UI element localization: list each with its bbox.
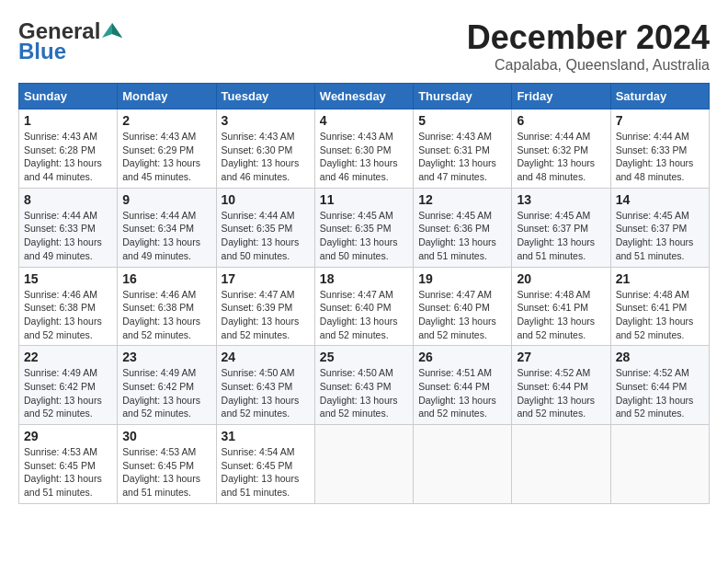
calendar-cell: 9Sunrise: 4:44 AMSunset: 6:34 PMDaylight…	[118, 188, 216, 267]
day-number: 10	[222, 192, 310, 207]
day-number: 17	[222, 271, 310, 286]
calendar-cell: 14Sunrise: 4:45 AMSunset: 6:37 PMDayligh…	[610, 188, 709, 267]
calendar-cell: 2Sunrise: 4:43 AMSunset: 6:29 PMDaylight…	[118, 109, 216, 189]
day-info: Sunrise: 4:43 AMSunset: 6:30 PMDaylight:…	[320, 131, 398, 182]
day-number: 27	[517, 350, 605, 364]
day-number: 30	[122, 429, 210, 443]
calendar-week-3: 15Sunrise: 4:46 AMSunset: 6:38 PMDayligh…	[19, 267, 710, 346]
calendar-cell: 13Sunrise: 4:45 AMSunset: 6:37 PMDayligh…	[512, 188, 610, 267]
day-number: 1	[24, 113, 112, 128]
day-number: 25	[320, 350, 408, 364]
calendar-cell: 31Sunrise: 4:54 AMSunset: 6:45 PMDayligh…	[216, 425, 314, 504]
calendar-header-sunday: Sunday	[19, 84, 118, 109]
calendar-cell: 30Sunrise: 4:53 AMSunset: 6:45 PMDayligh…	[118, 425, 216, 504]
calendar-cell: 25Sunrise: 4:50 AMSunset: 6:43 PMDayligh…	[314, 346, 413, 425]
day-info: Sunrise: 4:52 AMSunset: 6:44 PMDaylight:…	[517, 367, 595, 419]
calendar-cell: 5Sunrise: 4:43 AMSunset: 6:31 PMDaylight…	[414, 109, 512, 189]
day-number: 24	[222, 350, 310, 364]
calendar-cell: 11Sunrise: 4:45 AMSunset: 6:35 PMDayligh…	[314, 188, 413, 267]
day-info: Sunrise: 4:44 AMSunset: 6:34 PMDaylight:…	[122, 210, 200, 261]
day-number: 2	[122, 113, 210, 128]
day-number: 23	[122, 350, 210, 364]
day-info: Sunrise: 4:47 AMSunset: 6:40 PMDaylight:…	[320, 289, 398, 340]
day-info: Sunrise: 4:50 AMSunset: 6:43 PMDaylight:…	[222, 367, 300, 419]
day-info: Sunrise: 4:47 AMSunset: 6:39 PMDaylight:…	[222, 289, 300, 340]
calendar-cell: 17Sunrise: 4:47 AMSunset: 6:39 PMDayligh…	[216, 267, 314, 346]
logo-bird-icon	[102, 21, 122, 41]
day-number: 13	[517, 192, 605, 207]
day-number: 8	[24, 192, 112, 207]
day-number: 6	[517, 113, 605, 128]
day-info: Sunrise: 4:53 AMSunset: 6:45 PMDaylight:…	[24, 446, 102, 498]
calendar-cell: 16Sunrise: 4:46 AMSunset: 6:38 PMDayligh…	[118, 267, 216, 346]
calendar-cell: 23Sunrise: 4:49 AMSunset: 6:42 PMDayligh…	[118, 346, 216, 425]
day-info: Sunrise: 4:50 AMSunset: 6:43 PMDaylight:…	[320, 367, 398, 419]
calendar-cell: 21Sunrise: 4:48 AMSunset: 6:41 PMDayligh…	[610, 267, 709, 346]
calendar-cell: 19Sunrise: 4:47 AMSunset: 6:40 PMDayligh…	[414, 267, 512, 346]
day-info: Sunrise: 4:48 AMSunset: 6:41 PMDaylight:…	[517, 289, 595, 340]
day-number: 18	[320, 271, 408, 286]
day-info: Sunrise: 4:48 AMSunset: 6:41 PMDaylight:…	[616, 289, 694, 340]
calendar-header-tuesday: Tuesday	[216, 84, 314, 109]
calendar-cell: 4Sunrise: 4:43 AMSunset: 6:30 PMDaylight…	[314, 109, 413, 189]
day-number: 28	[616, 350, 704, 364]
day-number: 7	[616, 113, 704, 128]
day-number: 15	[24, 271, 112, 286]
calendar-cell: 7Sunrise: 4:44 AMSunset: 6:33 PMDaylight…	[610, 109, 709, 189]
day-info: Sunrise: 4:45 AMSunset: 6:37 PMDaylight:…	[517, 210, 595, 261]
logo-blue: Blue	[18, 39, 66, 64]
day-info: Sunrise: 4:44 AMSunset: 6:32 PMDaylight:…	[517, 131, 595, 182]
calendar-header-thursday: Thursday	[414, 84, 512, 109]
day-info: Sunrise: 4:44 AMSunset: 6:35 PMDaylight:…	[222, 210, 300, 261]
calendar-week-1: 1Sunrise: 4:43 AMSunset: 6:28 PMDaylight…	[19, 109, 710, 189]
svg-marker-1	[112, 23, 122, 38]
day-info: Sunrise: 4:45 AMSunset: 6:36 PMDaylight:…	[418, 210, 496, 261]
calendar-cell: 29Sunrise: 4:53 AMSunset: 6:45 PMDayligh…	[19, 425, 118, 504]
day-info: Sunrise: 4:46 AMSunset: 6:38 PMDaylight:…	[24, 289, 102, 340]
calendar-cell	[610, 425, 709, 504]
day-number: 9	[122, 192, 210, 207]
day-number: 26	[418, 350, 506, 364]
day-info: Sunrise: 4:44 AMSunset: 6:33 PMDaylight:…	[616, 131, 694, 182]
day-number: 5	[418, 113, 506, 128]
day-info: Sunrise: 4:43 AMSunset: 6:31 PMDaylight:…	[418, 131, 496, 182]
day-info: Sunrise: 4:52 AMSunset: 6:44 PMDaylight:…	[616, 367, 694, 419]
day-number: 14	[616, 192, 704, 207]
day-number: 20	[517, 271, 605, 286]
day-number: 16	[122, 271, 210, 286]
header: General Blue December 2024 Capalaba, Que…	[18, 18, 710, 74]
calendar-cell: 6Sunrise: 4:44 AMSunset: 6:32 PMDaylight…	[512, 109, 610, 189]
day-info: Sunrise: 4:49 AMSunset: 6:42 PMDaylight:…	[24, 367, 102, 419]
day-info: Sunrise: 4:43 AMSunset: 6:29 PMDaylight:…	[122, 131, 200, 182]
calendar-cell: 28Sunrise: 4:52 AMSunset: 6:44 PMDayligh…	[610, 346, 709, 425]
location-title: Capalaba, Queensland, Australia	[467, 57, 710, 74]
calendar-cell	[314, 425, 413, 504]
calendar-cell: 12Sunrise: 4:45 AMSunset: 6:36 PMDayligh…	[414, 188, 512, 267]
day-number: 11	[320, 192, 408, 207]
day-info: Sunrise: 4:49 AMSunset: 6:42 PMDaylight:…	[122, 367, 200, 419]
calendar-cell: 8Sunrise: 4:44 AMSunset: 6:33 PMDaylight…	[19, 188, 118, 267]
day-info: Sunrise: 4:43 AMSunset: 6:30 PMDaylight:…	[222, 131, 300, 182]
calendar-cell: 10Sunrise: 4:44 AMSunset: 6:35 PMDayligh…	[216, 188, 314, 267]
calendar-header-monday: Monday	[118, 84, 216, 109]
day-info: Sunrise: 4:47 AMSunset: 6:40 PMDaylight:…	[418, 289, 496, 340]
calendar-cell	[414, 425, 512, 504]
calendar-cell: 24Sunrise: 4:50 AMSunset: 6:43 PMDayligh…	[216, 346, 314, 425]
day-number: 12	[418, 192, 506, 207]
day-info: Sunrise: 4:53 AMSunset: 6:45 PMDaylight:…	[122, 446, 200, 498]
calendar-header-saturday: Saturday	[610, 84, 709, 109]
calendar-header-wednesday: Wednesday	[314, 84, 413, 109]
calendar-cell: 26Sunrise: 4:51 AMSunset: 6:44 PMDayligh…	[414, 346, 512, 425]
day-number: 22	[24, 350, 112, 364]
calendar-cell: 15Sunrise: 4:46 AMSunset: 6:38 PMDayligh…	[19, 267, 118, 346]
day-info: Sunrise: 4:45 AMSunset: 6:35 PMDaylight:…	[320, 210, 398, 261]
day-number: 31	[222, 429, 310, 443]
calendar: SundayMondayTuesdayWednesdayThursdayFrid…	[18, 83, 710, 504]
calendar-cell: 3Sunrise: 4:43 AMSunset: 6:30 PMDaylight…	[216, 109, 314, 189]
calendar-cell: 1Sunrise: 4:43 AMSunset: 6:28 PMDaylight…	[19, 109, 118, 189]
day-number: 3	[222, 113, 310, 128]
logo: General Blue	[18, 18, 122, 64]
calendar-week-4: 22Sunrise: 4:49 AMSunset: 6:42 PMDayligh…	[19, 346, 710, 425]
day-number: 19	[418, 271, 506, 286]
month-title: December 2024	[467, 18, 710, 57]
